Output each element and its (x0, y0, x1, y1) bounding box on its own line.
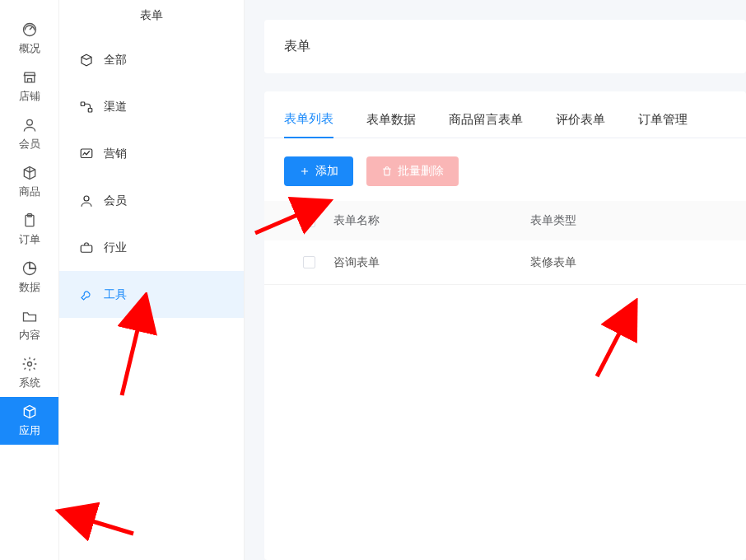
briefcase-icon (79, 240, 94, 255)
sidebar-primary-label: 概况 (19, 41, 40, 56)
table-row[interactable]: 咨询表单 装修表单 (264, 240, 746, 285)
clipboard-icon (21, 212, 38, 229)
batch-delete-button[interactable]: 批量删除 (366, 156, 459, 186)
tab-label: 评价表单 (556, 112, 605, 126)
sidebar-primary-item-store[interactable]: 店铺 (0, 63, 58, 110)
svg-point-1 (26, 119, 32, 125)
sidebar-primary-label: 会员 (19, 137, 40, 152)
tab-review-form[interactable]: 评价表单 (556, 112, 605, 138)
cube-icon (79, 53, 94, 68)
batch-delete-button-label: 批量删除 (398, 164, 444, 179)
main-area: 表单 表单列表 表单数据 商品留言表单 评价表单 订单管理 添加 批量删除 (245, 0, 746, 560)
plus-icon (299, 166, 310, 177)
sidebar-primary-label: 订单 (19, 232, 40, 247)
sidebar-secondary-header: 表单 (59, 0, 244, 36)
sidebar-primary: 概况 店铺 会员 商品 订单 数据 内容 系统 (0, 0, 59, 560)
sidebar-secondary: 表单 全部 渠道 营销 会员 行业 工具 (59, 0, 245, 560)
add-button-label: 添加 (315, 164, 338, 179)
column-header-type: 表单类型 (530, 213, 727, 228)
sidebar-secondary-label: 全部 (104, 53, 127, 68)
user-icon (21, 117, 38, 133)
tab-label: 商品留言表单 (449, 112, 523, 126)
page-title: 表单 (264, 20, 746, 73)
tab-label: 表单数据 (366, 112, 416, 126)
tab-label: 订单管理 (638, 112, 688, 126)
svg-rect-7 (81, 149, 92, 158)
sidebar-secondary-item-members[interactable]: 会员 (59, 177, 244, 224)
row-checkbox[interactable] (303, 256, 315, 268)
add-button[interactable]: 添加 (284, 156, 353, 186)
sidebar-secondary-label: 营销 (104, 147, 127, 161)
chart-line-icon (79, 147, 94, 161)
sidebar-secondary-item-industry[interactable]: 行业 (59, 224, 244, 271)
svg-point-8 (84, 196, 89, 201)
sidebar-primary-label: 数据 (19, 280, 40, 295)
trash-icon (381, 166, 393, 177)
sidebar-primary-item-system[interactable]: 系统 (0, 349, 58, 397)
sidebar-secondary-label: 渠道 (104, 100, 127, 114)
sidebar-secondary-label: 会员 (104, 194, 127, 208)
folder-icon (21, 308, 38, 324)
sidebar-primary-item-goods[interactable]: 商品 (0, 158, 58, 206)
sidebar-secondary-item-tools[interactable]: 工具 (59, 271, 244, 318)
sidebar-primary-label: 内容 (19, 328, 40, 343)
cell-form-type: 装修表单 (530, 255, 727, 270)
tab-form-list[interactable]: 表单列表 (284, 111, 333, 138)
svg-rect-9 (81, 245, 92, 252)
svg-rect-5 (81, 102, 85, 106)
cell-form-name: 咨询表单 (333, 255, 530, 270)
sidebar-secondary-item-channels[interactable]: 渠道 (59, 83, 244, 130)
sidebar-primary-label: 商品 (19, 184, 40, 199)
column-header-name: 表单名称 (333, 213, 530, 228)
tab-product-message[interactable]: 商品留言表单 (449, 112, 523, 138)
table: 表单名称 表单类型 咨询表单 装修表单 (264, 201, 746, 285)
tab-form-data[interactable]: 表单数据 (366, 112, 416, 138)
gear-icon (21, 356, 38, 372)
toolbar: 添加 批量删除 (264, 138, 746, 201)
sidebar-secondary-item-marketing[interactable]: 营销 (59, 130, 244, 177)
sidebar-primary-item-data[interactable]: 数据 (0, 254, 58, 301)
table-header: 表单名称 表单类型 (264, 201, 746, 240)
sidebar-primary-label: 系统 (19, 376, 40, 390)
wrench-icon (79, 287, 94, 302)
flow-icon (79, 100, 94, 114)
tab-order-manage[interactable]: 订单管理 (638, 112, 688, 138)
sidebar-secondary-label: 行业 (104, 240, 127, 255)
tabs: 表单列表 表单数据 商品留言表单 评价表单 订单管理 (264, 91, 746, 138)
tab-label: 表单列表 (284, 111, 333, 125)
sidebar-primary-item-members[interactable]: 会员 (0, 110, 58, 158)
sidebar-primary-item-orders[interactable]: 订单 (0, 206, 58, 254)
sidebar-primary-item-content[interactable]: 内容 (0, 301, 58, 349)
gauge-icon (21, 21, 38, 38)
svg-rect-6 (88, 108, 92, 112)
store-icon (21, 69, 38, 86)
svg-point-4 (27, 362, 31, 366)
content-card: 表单列表 表单数据 商品留言表单 评价表单 订单管理 添加 批量删除 (264, 91, 746, 560)
user-icon (79, 194, 94, 208)
sidebar-primary-item-overview[interactable]: 概况 (0, 15, 58, 63)
sidebar-primary-item-apps[interactable]: 应用 (0, 397, 58, 445)
sidebar-primary-label: 应用 (19, 423, 40, 438)
select-all-checkbox[interactable] (303, 215, 315, 227)
sidebar-primary-label: 店铺 (19, 89, 40, 104)
pie-chart-icon (21, 260, 38, 277)
sidebar-secondary-item-all[interactable]: 全部 (59, 36, 244, 83)
sidebar-secondary-label: 工具 (104, 287, 127, 302)
cube-icon (21, 165, 38, 181)
cube-icon (21, 404, 38, 420)
